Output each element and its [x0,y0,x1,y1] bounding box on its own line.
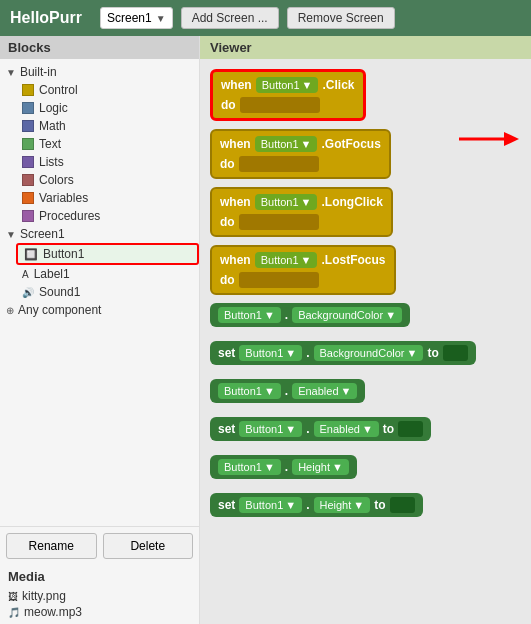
longclick-event-row: when Button1 ▼ .LongClick [220,194,383,210]
prop-enabled-set[interactable]: set Button1 ▼ . Enabled ▼ to [210,417,431,441]
sidebar-actions: Rename Delete [0,526,199,565]
dropdown-gotfocus-icon: ▼ [301,138,312,150]
text-icon [22,138,34,150]
lostfocus-event-block[interactable]: when Button1 ▼ .LostFocus do [210,245,396,295]
dropdown-arrow-icon: ▼ [156,13,166,24]
remove-screen-button[interactable]: Remove Screen [287,7,395,29]
prop-bgset-value[interactable]: BackgroundColor ▼ [314,345,424,361]
logic-icon [22,102,34,114]
screen1-children: 🔲 Button1 A Label1 🔊 Sound1 [0,243,199,301]
prop-enset-value[interactable]: Enabled ▼ [314,421,379,437]
add-screen-button[interactable]: Add Screen ... [181,7,279,29]
button1-pill-gotfocus[interactable]: Button1 ▼ [255,136,318,152]
dropdown-bgget-icon: ▼ [264,309,275,321]
dropdown-enset-icon: ▼ [285,423,296,435]
dropdown-bgval-icon: ▼ [385,309,396,321]
prop-backgroundcolor-get[interactable]: Button1 ▼ . BackgroundColor ▼ [210,303,410,327]
button1-pill-enset[interactable]: Button1 ▼ [239,421,302,437]
sidebar-item-label1[interactable]: A Label1 [16,265,199,283]
button1-pill-longclick[interactable]: Button1 ▼ [255,194,318,210]
gotfocus-event-block[interactable]: when Button1 ▼ .GotFocus do [210,129,391,179]
do-label-click: do [221,98,236,112]
prop-height-set[interactable]: set Button1 ▼ . Height ▼ to [210,493,423,517]
do-label-lostfocus: do [220,273,235,287]
media-item-kitty: 🖼 kitty.png [8,588,191,604]
longclick-do-slot [239,214,319,230]
button1-pill-click[interactable]: Button1 ▼ [256,77,319,93]
blocks-tree: ▼ Built-in Control Logic Math T [0,59,199,526]
button1-pill-bgset[interactable]: Button1 ▼ [239,345,302,361]
sidebar-item-colors[interactable]: Colors [16,171,199,189]
dropdown-enget-icon: ▼ [264,385,275,397]
delete-button[interactable]: Delete [103,533,194,559]
sidebar-item-control[interactable]: Control [16,81,199,99]
when-label-gotfocus: when [220,137,251,151]
dropdown-lostfocus-icon: ▼ [301,254,312,266]
get-height-block: Button1 ▼ . Height ▼ [210,455,521,485]
dot-enget: . [285,384,288,398]
prop-bgget-value[interactable]: BackgroundColor ▼ [292,307,402,323]
dropdown-htset-icon: ▼ [285,499,296,511]
rename-button[interactable]: Rename [6,533,97,559]
variables-label: Variables [39,191,88,205]
colors-label: Colors [39,173,74,187]
dropdown-click-icon: ▼ [302,79,313,91]
when-label-lostfocus: when [220,253,251,267]
sidebar-item-math[interactable]: Math [16,117,199,135]
prop-htget-value[interactable]: Height ▼ [292,459,349,475]
app-title: HelloPurr [10,9,82,27]
component-name-longclick: Button1 [261,196,299,208]
sidebar-item-button1[interactable]: 🔲 Button1 [16,243,199,265]
sidebar-item-logic[interactable]: Logic [16,99,199,117]
click-event-row: when Button1 ▼ .Click [221,77,355,93]
btn-name-bgget: Button1 [224,309,262,321]
button1-pill-htset[interactable]: Button1 ▼ [239,497,302,513]
sidebar-item-lists[interactable]: Lists [16,153,199,171]
prop-enget-value[interactable]: Enabled ▼ [292,383,357,399]
longclick-event-block[interactable]: when Button1 ▼ .LongClick do [210,187,393,237]
prop-htset-value[interactable]: Height ▼ [314,497,371,513]
event-block-click: when Button1 ▼ .Click do [210,69,521,121]
button1-pill-enget[interactable]: Button1 ▼ [218,383,281,399]
set-label-ht: set [218,498,235,512]
button1-icon: 🔲 [24,248,38,261]
screen-dropdown[interactable]: Screen1 ▼ [100,7,173,29]
sidebar-item-variables[interactable]: Variables [16,189,199,207]
dot-bgset: . [306,346,309,360]
lostfocus-event-name: .LostFocus [321,253,385,267]
btn-name-htget: Button1 [224,461,262,473]
click-event-name: .Click [322,78,354,92]
height-set-label: Height [320,499,352,511]
sidebar-item-text[interactable]: Text [16,135,199,153]
screen1-label: Screen1 [20,227,65,241]
any-component-section[interactable]: ⊕ Any component [0,301,199,319]
prop-height-get[interactable]: Button1 ▼ . Height ▼ [210,455,357,479]
dropdown-enval-icon: ▼ [341,385,352,397]
to-label-bg: to [427,346,438,360]
screen1-section[interactable]: ▼ Screen1 [0,225,199,243]
media-item-meow: 🎵 meow.mp3 [8,604,191,620]
get-enabled-block: Button1 ▼ . Enabled ▼ [210,379,521,409]
svg-marker-1 [504,132,519,146]
lists-icon [22,156,34,168]
sidebar-item-procedures[interactable]: Procedures [16,207,199,225]
gotfocus-event-name: .GotFocus [321,137,380,151]
button1-pill-htget[interactable]: Button1 ▼ [218,459,281,475]
sidebar-item-sound1[interactable]: 🔊 Sound1 [16,283,199,301]
gotfocus-event-row: when Button1 ▼ .GotFocus [220,136,381,152]
button1-pill-bgget[interactable]: Button1 ▼ [218,307,281,323]
viewer-label: Viewer [200,36,531,59]
dot-htget: . [285,460,288,474]
kitty-filename: kitty.png [22,589,66,603]
click-event-block[interactable]: when Button1 ▼ .Click do [210,69,366,121]
builtin-section[interactable]: ▼ Built-in [0,63,199,81]
dot-htset: . [306,498,309,512]
button1-pill-lostfocus[interactable]: Button1 ▼ [255,252,318,268]
click-do-row: do [221,97,355,113]
text-label: Text [39,137,61,151]
when-label-longclick: when [220,195,251,209]
backgroundcolor-set-label: BackgroundColor [320,347,405,359]
math-icon [22,120,34,132]
prop-backgroundcolor-set[interactable]: set Button1 ▼ . BackgroundColor ▼ to [210,341,476,365]
prop-enabled-get[interactable]: Button1 ▼ . Enabled ▼ [210,379,365,403]
